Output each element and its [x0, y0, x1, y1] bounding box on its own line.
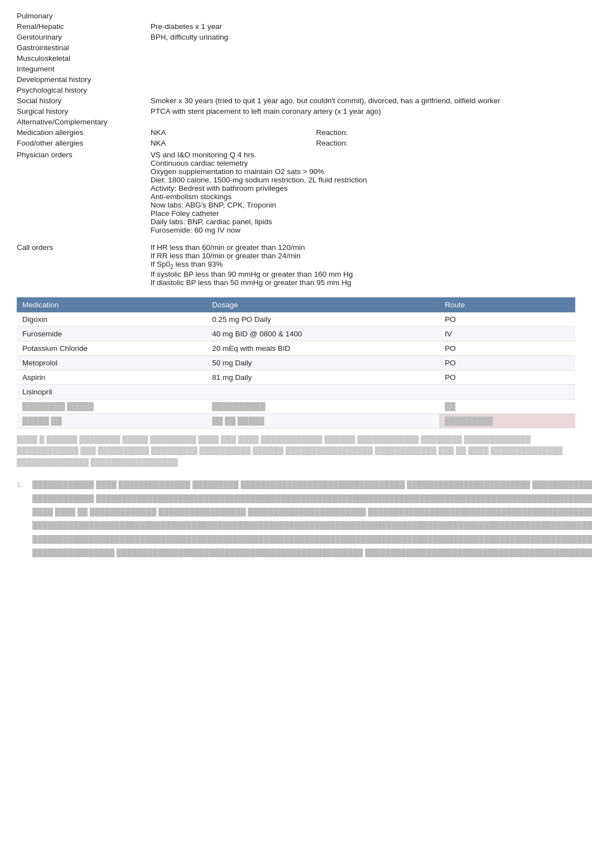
med-dosage-aspirin: 81 mg Daily: [207, 370, 440, 384]
value-renal-hepatic: Pre-diabetes x 1 year: [151, 22, 575, 31]
row-social-history: Social history Smoker x 30 years (tried …: [17, 96, 575, 105]
row-musculoskeletal: Musculoskeletal: [17, 54, 575, 63]
label-food-allergies: Food/other allergies: [17, 139, 151, 147]
row-gastrointestinal: Gastrointestinal: [17, 43, 575, 52]
call-order-1: If HR less than 60/min or greater than 1…: [151, 243, 575, 252]
call-order-3: If Sp02 less than 93%: [151, 260, 575, 270]
med-name-potassium-chloride: Potassium Chloride: [17, 341, 207, 355]
row-integument: Integument: [17, 64, 575, 74]
food-allergy-value: NKA: [151, 139, 166, 147]
value-developmental-history: [151, 75, 575, 84]
med-row-aspirin: Aspirin 81 mg Daily PO: [17, 370, 575, 384]
med-dosage-digoxin: 0.25 mg PO Daily: [207, 312, 440, 327]
label-medication-allergies: Medication allergies: [17, 128, 151, 137]
label-call-orders: Call orders: [17, 243, 151, 287]
med-dosage-furosemide: 40 mg BID @ 0800 & 1400: [207, 326, 440, 341]
med-row-metoprolol: Metoprolol 50 mg Daily PO: [17, 355, 575, 370]
medication-table-header-row: Medication Dosage Route: [17, 297, 575, 312]
physician-order-1: VS and I&O monitoring Q 4 hrs.: [151, 151, 575, 159]
label-physician-orders: Physician orders: [17, 151, 151, 234]
physician-order-5: Activity: Bedrest with bathroom privileg…: [151, 184, 575, 192]
med-name-aspirin: Aspirin: [17, 370, 207, 384]
med-dosage-blurred-1: ██████████: [207, 399, 440, 413]
label-developmental-history: Developmental history: [17, 75, 151, 84]
med-route-lisinopril: [439, 384, 575, 399]
med-route-digoxin: PO: [439, 312, 575, 327]
medication-reaction-label: Reaction:: [316, 128, 348, 137]
value-physician-orders: VS and I&O monitoring Q 4 hrs. Continuou…: [151, 151, 575, 234]
physician-order-3: Oxygen supplementation to maintain O2 sa…: [151, 167, 575, 176]
row-physician-orders: Physician orders VS and I&O monitoring Q…: [17, 150, 575, 235]
physician-order-8: Place Foley catheter: [151, 209, 575, 218]
label-renal-hepatic: Renal/Hepatic: [17, 22, 151, 31]
value-integument: [151, 65, 575, 73]
value-food-allergies: NKA Reaction:: [151, 139, 575, 147]
value-musculoskeletal: [151, 54, 575, 62]
label-genitourinary: Genitourinary: [17, 33, 151, 41]
label-gastrointestinal: Gastrointestinal: [17, 44, 151, 52]
row-alternative-complementary: Alternative/Complementary: [17, 117, 575, 127]
value-genitourinary: BPH, difficulty urinating: [151, 33, 575, 41]
med-name-digoxin: Digoxin: [17, 312, 207, 327]
value-surgical-history: PTCA with stent placement to left main c…: [151, 107, 575, 115]
physician-order-7: Now labs: ABG's BNP, CPK, Troponin: [151, 201, 575, 209]
label-integument: Integument: [17, 65, 151, 73]
med-name-blurred-1: ████████ █████: [17, 399, 207, 413]
value-gastrointestinal: [151, 44, 575, 52]
value-social-history: Smoker x 30 years (tried to quit 1 year …: [151, 97, 575, 105]
call-order-5: If diastolic BP less than 50 mmHg or gre…: [151, 278, 575, 287]
label-pulmonary: Pulmonary: [17, 12, 151, 20]
col-route: Route: [439, 297, 575, 312]
med-row-lisinopril: Lisinopril: [17, 384, 575, 399]
med-dosage-blurred-2: ██ ██ █████: [207, 413, 440, 428]
med-route-blurred-1: ██: [439, 399, 575, 413]
med-route-metoprolol: PO: [439, 355, 575, 370]
row-genitourinary: Genitourinary BPH, difficulty urinating: [17, 32, 575, 42]
row-psychological-history: Psychological history: [17, 85, 575, 95]
value-psychological-history: [151, 86, 575, 94]
value-medication-allergies: NKA Reaction:: [151, 128, 575, 137]
call-order-4: If systolic BP less than 90 mmHg or grea…: [151, 270, 575, 278]
med-dosage-potassium-chloride: 20 mEq with meals BID: [207, 341, 440, 355]
med-row-blurred-2: █████ ██ ██ ██ █████ █████████: [17, 413, 575, 428]
med-route-furosemide: IV: [439, 326, 575, 341]
row-surgical-history: Surgical history PTCA with stent placeme…: [17, 107, 575, 116]
row-medication-allergies: Medication allergies NKA Reaction:: [17, 128, 575, 137]
med-route-blurred-2: █████████: [439, 413, 575, 428]
label-surgical-history: Surgical history: [17, 107, 151, 115]
blurred-item-1: 1. ████████████ ████ ██████████████ ████…: [17, 479, 575, 559]
medication-allergy-value: NKA: [151, 128, 166, 137]
call-order-2: If RR less than 10/min or greater than 2…: [151, 252, 575, 260]
med-name-blurred-2: █████ ██: [17, 413, 207, 428]
row-food-allergies: Food/other allergies NKA Reaction:: [17, 138, 575, 148]
row-call-orders: Call orders If HR less than 60/min or gr…: [17, 243, 575, 287]
row-developmental-history: Developmental history: [17, 75, 575, 84]
physician-order-6: Anti-embolism stockings: [151, 192, 575, 201]
blurred-numbered-section: 1. ████████████ ████ ██████████████ ████…: [17, 479, 575, 559]
med-row-blurred-1: ████████ █████ ██████████ ██: [17, 399, 575, 413]
med-row-digoxin: Digoxin 0.25 mg PO Daily PO: [17, 312, 575, 327]
food-reaction-label: Reaction:: [316, 139, 348, 147]
label-musculoskeletal: Musculoskeletal: [17, 54, 151, 62]
med-dosage-metoprolol: 50 mg Daily: [207, 355, 440, 370]
value-alternative-complementary: [151, 118, 575, 126]
physician-order-9: Daily labs: BNP, cardiac panel, lipids: [151, 218, 575, 226]
med-route-aspirin: PO: [439, 370, 575, 384]
med-row-potassium-chloride: Potassium Chloride 20 mEq with meals BID…: [17, 341, 575, 355]
physician-order-2: Continuous cardiac telemetry: [151, 159, 575, 167]
physician-order-10: Furosemide: 60 mg IV now: [151, 226, 575, 234]
label-social-history: Social history: [17, 97, 151, 105]
col-dosage: Dosage: [207, 297, 440, 312]
row-pulmonary: Pulmonary: [17, 11, 575, 21]
label-alternative-complementary: Alternative/Complementary: [17, 118, 151, 126]
medication-table: Medication Dosage Route Digoxin 0.25 mg …: [17, 297, 575, 428]
med-name-furosemide: Furosemide: [17, 326, 207, 341]
med-row-furosemide: Furosemide 40 mg BID @ 0800 & 1400 IV: [17, 326, 575, 341]
row-renal-hepatic: Renal/Hepatic Pre-diabetes x 1 year: [17, 22, 575, 31]
physician-order-4: Diet: 1800 calorie, 1500-mg sodium restr…: [151, 176, 575, 184]
med-name-lisinopril: Lisinopril: [17, 384, 207, 399]
med-dosage-lisinopril: [207, 384, 440, 399]
history-section: Pulmonary Renal/Hepatic Pre-diabetes x 1…: [17, 11, 575, 287]
label-psychological-history: Psychological history: [17, 86, 151, 94]
blurred-paragraph-1: ████ █ ██████ ████████ █████ █████████ █…: [17, 434, 575, 469]
